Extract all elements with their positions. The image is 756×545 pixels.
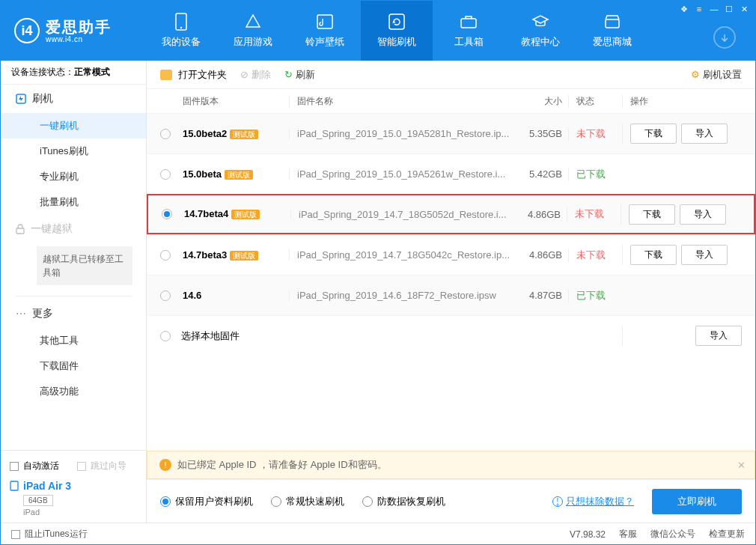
sidebar-bottom: 自动激活 跳过向导 iPad Air 3 64GB iPad [1, 450, 146, 523]
import-button[interactable]: 导入 [695, 326, 742, 346]
col-status: 状态 [568, 95, 622, 108]
nav-toolbox[interactable]: 工具箱 [433, 1, 504, 61]
refresh-button[interactable]: ↻刷新 [284, 68, 315, 82]
radio-keep-data[interactable] [160, 496, 171, 507]
status-bar: 阻止iTunes运行 V7.98.32 客服 微信公众号 检查更新 [1, 523, 755, 545]
download-button[interactable]: 下载 [630, 124, 677, 144]
svg-rect-5 [606, 19, 619, 28]
row-radio[interactable] [160, 290, 171, 301]
nav-store[interactable]: 爱思商城 [576, 1, 648, 61]
brand-name: 爱思助手 [46, 19, 112, 35]
firmware-status: 未下载 [567, 207, 621, 221]
sidebar-item-advanced[interactable]: 高级功能 [1, 379, 146, 404]
brand-url: www.i4.cn [46, 35, 112, 43]
col-name: 固件名称 [289, 95, 514, 108]
phone-icon [172, 13, 190, 31]
beta-badge: 测试版 [230, 251, 258, 261]
sidebar-item-download-firmware[interactable]: 下载固件 [1, 353, 146, 379]
table-row[interactable]: 14.6 iPad_Spring_2019_14.6_18F72_Restore… [147, 275, 755, 315]
flash-now-button[interactable]: 立即刷机 [652, 489, 742, 514]
local-firmware-radio[interactable] [160, 331, 171, 341]
row-radio[interactable] [160, 129, 171, 139]
tablet-icon [10, 481, 19, 491]
import-button[interactable]: 导入 [681, 245, 728, 265]
sidebar-item-oneclick-flash[interactable]: 一键刷机 [1, 113, 146, 138]
customer-service-link[interactable]: 客服 [619, 528, 637, 541]
row-radio[interactable] [162, 209, 172, 219]
nav-apps[interactable]: 应用游戏 [217, 1, 289, 61]
sidebar-item-batch-flash[interactable]: 批量刷机 [1, 189, 146, 215]
sidebar-group-flash[interactable]: 刷机 [1, 85, 146, 113]
erase-data-link[interactable]: !只想抹除数据？ [552, 495, 634, 508]
svg-point-1 [180, 27, 182, 28]
open-folder-button[interactable]: 打开文件夹 [178, 68, 227, 82]
apple-id-warning: ! 如已绑定 Apple ID ，请准备好 Apple ID和密码。 ✕ [147, 451, 755, 479]
graduation-icon [531, 13, 549, 31]
firmware-status: 已下载 [568, 168, 622, 181]
row-radio[interactable] [160, 169, 171, 180]
block-itunes-checkbox[interactable] [11, 530, 20, 539]
device-name[interactable]: iPad Air 3 [10, 480, 137, 492]
row-radio[interactable] [160, 250, 171, 261]
logo-icon: i4 [14, 18, 40, 43]
radio-normal[interactable] [271, 496, 281, 507]
close-warning-icon[interactable]: ✕ [737, 460, 746, 471]
firmware-size: 4.86GB [514, 249, 568, 261]
option-keep-data[interactable]: 保留用户资料刷机 [160, 495, 253, 508]
brand-logo: i4 爱思助手 www.i4.cn [14, 18, 145, 43]
sidebar: 设备连接状态： 正常模式 刷机 一键刷机 iTunes刷机 专业刷机 批量刷机 … [1, 61, 147, 523]
skip-guide-checkbox[interactable] [77, 462, 86, 471]
sidebar-item-pro-flash[interactable]: 专业刷机 [1, 164, 146, 189]
svg-rect-3 [389, 14, 404, 29]
option-normal[interactable]: 常规快速刷机 [271, 495, 344, 508]
firmware-version: 15.0beta [183, 168, 222, 180]
sidebar-item-other-tools[interactable]: 其他工具 [1, 328, 146, 353]
nav-ringtones[interactable]: 铃声壁纸 [289, 1, 361, 61]
beta-badge: 测试版 [225, 170, 253, 180]
table-row[interactable]: 15.0beta2测试版 iPad_Spring_2019_15.0_19A52… [147, 113, 755, 153]
app-header: i4 爱思助手 www.i4.cn 我的设备 应用游戏 铃声壁纸 智能刷机 工具… [1, 1, 755, 61]
flash-options: 保留用户资料刷机 常规快速刷机 防数据恢复刷机 !只想抹除数据？ 立即刷机 [147, 479, 755, 523]
jailbreak-note: 越狱工具已转移至工具箱 [37, 246, 132, 285]
import-button[interactable]: 导入 [680, 204, 726, 225]
delete-button[interactable]: ⊘删除 [240, 68, 271, 82]
nav-my-device[interactable]: 我的设备 [145, 1, 217, 61]
sidebar-group-more[interactable]: ⋯ 更多 [1, 299, 146, 328]
info-icon: ! [552, 496, 563, 507]
window-controls: ❖ ≡ — ☐ ✕ [677, 4, 751, 14]
flash-settings-button[interactable]: ⚙刷机设置 [691, 68, 742, 82]
image-icon [316, 13, 334, 31]
download-button[interactable]: 下载 [630, 245, 677, 265]
win-menu-icon[interactable]: ≡ [692, 4, 706, 14]
firmware-status: 未下载 [568, 249, 622, 262]
win-close-icon[interactable]: ✕ [737, 4, 751, 14]
win-maximize-icon[interactable]: ☐ [722, 4, 736, 14]
device-type: iPad [23, 508, 137, 517]
win-skin-icon[interactable]: ❖ [677, 4, 691, 14]
toolbar: 打开文件夹 ⊘删除 ↻刷新 ⚙刷机设置 [147, 61, 755, 89]
auto-activate-checkbox[interactable] [10, 462, 19, 471]
wechat-link[interactable]: 微信公众号 [650, 528, 695, 541]
import-button[interactable]: 导入 [681, 124, 728, 144]
download-button[interactable]: 下载 [629, 204, 675, 225]
col-size: 大小 [514, 95, 568, 108]
sidebar-item-itunes-flash[interactable]: iTunes刷机 [1, 138, 146, 164]
radio-anti-recovery[interactable] [362, 496, 373, 507]
table-row[interactable]: 14.7beta4测试版 iPad_Spring_2019_14.7_18G50… [147, 194, 755, 234]
warning-icon: ! [159, 459, 171, 471]
flash-icon [16, 94, 26, 104]
local-firmware-row[interactable]: 选择本地固件 导入 [147, 315, 755, 356]
firmware-name: iPad_Spring_2019_15.0_19A5281h_Restore.i… [289, 128, 514, 139]
nav-tutorials[interactable]: 教程中心 [504, 1, 576, 61]
firmware-size: 4.87GB [514, 290, 568, 301]
table-row[interactable]: 15.0beta测试版 iPad_Spring_2019_15.0_19A526… [147, 153, 755, 194]
nav-smart-flash[interactable]: 智能刷机 [361, 1, 433, 61]
table-row[interactable]: 14.7beta3测试版 iPad_Spring_2019_14.7_18G50… [147, 234, 755, 275]
store-icon [603, 13, 621, 31]
collapse-icon[interactable] [713, 26, 736, 49]
option-anti-recovery[interactable]: 防数据恢复刷机 [362, 495, 445, 508]
check-update-link[interactable]: 检查更新 [709, 528, 745, 541]
win-minimize-icon[interactable]: — [707, 4, 721, 14]
refresh-icon [388, 13, 406, 31]
connection-status: 设备连接状态： 正常模式 [1, 61, 146, 85]
